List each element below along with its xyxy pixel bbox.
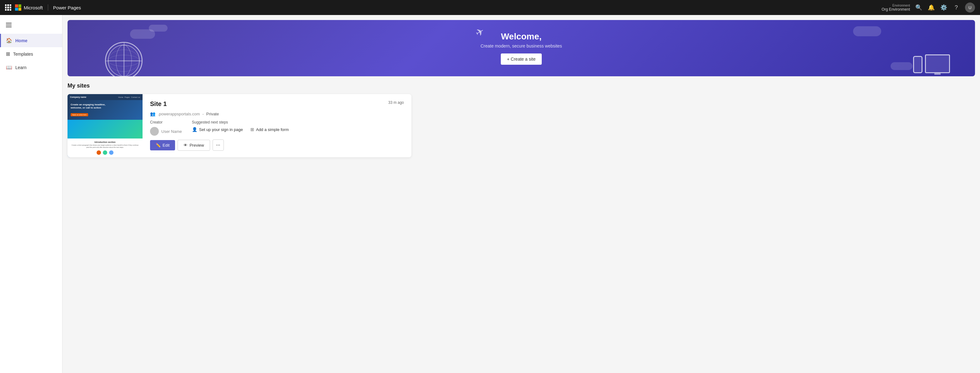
learn-icon: 📖	[6, 64, 12, 70]
site-actions: ✏️ Edit 👁 Preview ···	[150, 139, 404, 151]
my-sites-title: My sites	[67, 83, 975, 89]
top-navigation: Microsoft Power Pages Environment Org En…	[0, 0, 980, 15]
creator-section: Creator User Name	[150, 120, 182, 136]
site-url: .powerappsportals.com	[158, 112, 200, 116]
site-timestamp: 33 m ago	[388, 100, 404, 105]
creator-row: User Name	[150, 127, 182, 136]
site-info: Site 1 33 m ago 👥 .powerappsportals.com …	[143, 94, 411, 157]
sidebar-item-home-label: Home	[15, 38, 27, 43]
sidebar-item-templates-label: Templates	[13, 52, 33, 57]
question-icon[interactable]: ?	[953, 5, 960, 11]
env-value: Org Environment	[881, 7, 910, 11]
env-label: Environment	[892, 4, 910, 7]
creator-avatar	[150, 127, 159, 136]
sidebar-item-home[interactable]: 🏠 Home	[0, 34, 62, 47]
more-options-button[interactable]: ···	[213, 139, 224, 151]
svg-point-0	[108, 45, 139, 76]
help-icon[interactable]: 🔍	[915, 4, 923, 11]
svg-point-1	[116, 45, 132, 76]
sidebar-item-templates[interactable]: ⊞ Templates	[0, 47, 62, 61]
site-meta: Creator User Name Suggested next steps 👤	[150, 120, 404, 136]
more-icon: ···	[216, 142, 220, 148]
site-card: Company name Home Pages Contact us Creat…	[67, 94, 411, 157]
monitor-device	[925, 54, 950, 73]
notification-icon[interactable]: 🔔	[928, 4, 935, 11]
environment-info: Environment Org Environment	[881, 4, 910, 11]
preview-button[interactable]: 👁 Preview	[178, 140, 210, 151]
site-name: Site 1	[150, 100, 167, 108]
site-visibility: Private	[206, 112, 219, 116]
create-site-button[interactable]: + Create a site	[501, 53, 542, 65]
waffle-menu-icon[interactable]	[5, 5, 11, 11]
topnav-right-section: Environment Org Environment 🔍 🔔 ⚙️ ? U	[881, 3, 975, 13]
svg-point-4	[108, 55, 139, 66]
main-content: ✈ Welcome, Create modern, secure busines…	[62, 15, 980, 373]
sidebar-item-learn-label: Learn	[15, 65, 27, 70]
site-url-row: 👥 .powerappsportals.com - Private	[150, 111, 404, 116]
phone-device	[913, 56, 923, 73]
globe-decoration	[105, 42, 143, 76]
hero-banner: ✈ Welcome, Create modern, secure busines…	[67, 20, 975, 76]
creator-label: Creator	[150, 120, 182, 124]
next-step-signin[interactable]: 👤 Set up your sign in page	[192, 127, 243, 132]
edit-icon: ✏️	[156, 143, 161, 148]
my-sites-section: My sites Company name Home Pages Contact…	[62, 76, 980, 164]
preview-label: Preview	[189, 143, 204, 148]
next-step-signin-label: Set up your sign in page	[199, 127, 243, 132]
microsoft-logo: Microsoft	[15, 5, 43, 11]
sidebar: 🏠 Home ⊞ Templates 📖 Learn	[0, 15, 62, 373]
brand-label: Microsoft	[24, 5, 43, 10]
sidebar-item-learn[interactable]: 📖 Learn	[0, 61, 62, 74]
devices-decoration	[913, 54, 950, 73]
hero-subtitle: Create modern, secure business websites	[480, 43, 562, 48]
nav-divider	[48, 5, 48, 11]
preview-icon: 👁	[183, 143, 188, 148]
users-icon: 👥	[150, 111, 155, 116]
sidebar-hamburger[interactable]	[3, 19, 15, 31]
templates-icon: ⊞	[6, 51, 10, 57]
user-avatar[interactable]: U	[965, 3, 975, 13]
next-steps-list: 👤 Set up your sign in page ⊞ Add a simpl…	[192, 127, 289, 132]
site-info-header: Site 1 33 m ago	[150, 100, 404, 108]
form-icon: ⊞	[250, 127, 254, 132]
next-step-form[interactable]: ⊞ Add a simple form	[250, 127, 289, 132]
edit-button[interactable]: ✏️ Edit	[150, 140, 175, 150]
creator-name: User Name	[161, 129, 182, 134]
next-steps-section: Suggested next steps 👤 Set up your sign …	[192, 120, 289, 132]
home-icon: 🏠	[6, 38, 12, 43]
next-steps-label: Suggested next steps	[192, 120, 289, 124]
app-name: Power Pages	[53, 5, 81, 10]
hero-content: Welcome, Create modern, secure business …	[480, 32, 562, 65]
main-layout: 🏠 Home ⊞ Templates 📖 Learn	[0, 15, 980, 373]
site-thumbnail: Company name Home Pages Contact us Creat…	[67, 94, 143, 157]
edit-label: Edit	[162, 143, 169, 148]
next-step-form-label: Add a simple form	[256, 127, 289, 132]
signin-icon: 👤	[192, 127, 197, 132]
settings-icon[interactable]: ⚙️	[940, 4, 948, 11]
svg-point-5	[108, 50, 139, 72]
hero-welcome: Welcome,	[480, 32, 562, 41]
